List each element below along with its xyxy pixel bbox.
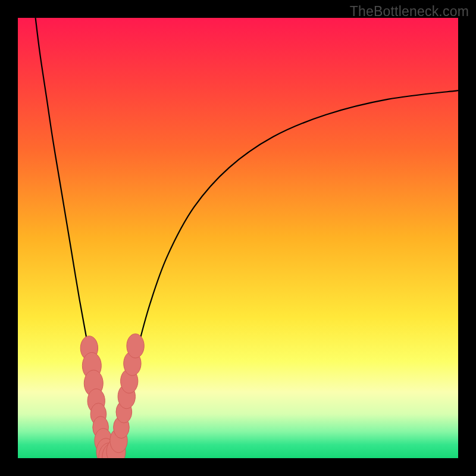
gradient-background bbox=[18, 18, 458, 458]
watermark-text: TheBottleneck.com bbox=[350, 4, 469, 20]
plot-area bbox=[18, 18, 458, 458]
chart-svg bbox=[18, 18, 458, 458]
outer-frame: TheBottleneck.com bbox=[0, 0, 476, 476]
data-marker bbox=[127, 334, 144, 358]
